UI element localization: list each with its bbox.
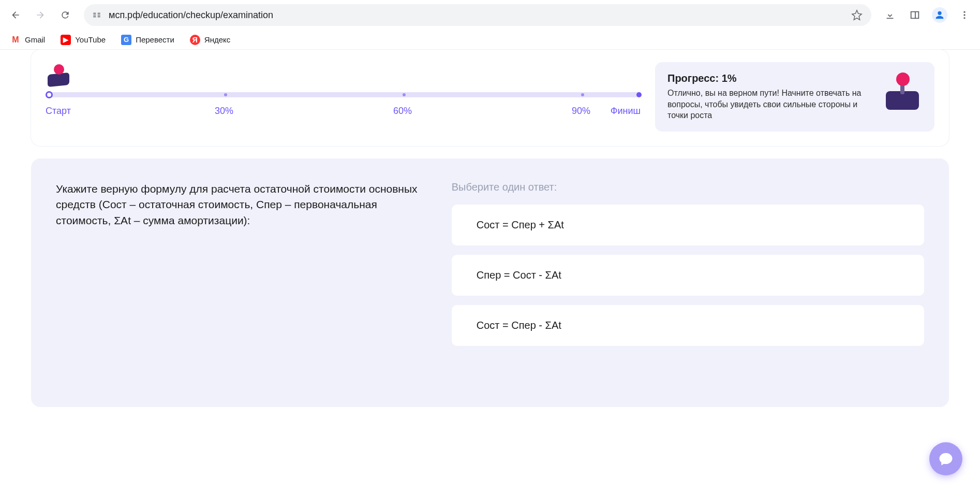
track-label-90: 90%	[572, 106, 590, 117]
track-label-finish: Финиш	[611, 106, 641, 117]
track-label-60: 60%	[393, 106, 412, 117]
track-dot-30	[224, 93, 227, 96]
svg-point-0	[963, 11, 965, 13]
bookmark-translate[interactable]: G Перевести	[118, 33, 177, 47]
progress-track	[46, 92, 641, 97]
bookmark-label: Перевести	[136, 35, 174, 44]
bookmark-youtube[interactable]: ▶ YouTube	[57, 33, 109, 47]
downloads-icon[interactable]	[880, 5, 900, 25]
progress-description: Отлично, вы на верном пути! Начните отве…	[667, 88, 871, 121]
yandex-icon: Я	[190, 35, 200, 45]
option-label: Спер = Сост - ΣАt	[477, 269, 561, 281]
track-start-marker	[46, 91, 53, 98]
track-dot-90	[581, 93, 584, 96]
answer-option-3[interactable]: Сост = Спер - ΣАt	[452, 305, 924, 346]
forward-button[interactable]	[30, 5, 51, 25]
bookmark-star-icon[interactable]	[850, 8, 864, 22]
question-card: Укажите верную формулу для расчета остат…	[31, 158, 949, 407]
kebab-menu-icon[interactable]	[954, 5, 975, 25]
option-label: Сост = Спер + ΣАt	[477, 219, 564, 230]
track-end-marker	[636, 92, 642, 97]
site-settings-icon[interactable]	[91, 9, 102, 21]
answer-option-1[interactable]: Сост = Спер + ΣАt	[452, 205, 924, 245]
progress-card: Старт 30% 60% 90% Финиш Прогресс: 1% Отл…	[31, 50, 949, 146]
profile-avatar[interactable]	[929, 5, 950, 25]
gmail-icon: M	[10, 35, 21, 45]
bookmark-yandex[interactable]: Я Яндекс	[187, 33, 233, 47]
svg-point-2	[963, 17, 965, 19]
progress-track-area: Старт 30% 60% 90% Финиш	[46, 62, 641, 132]
bookmark-label: Gmail	[25, 35, 45, 44]
bookmarks-bar: M Gmail ▶ YouTube G Перевести Я Яндекс	[0, 30, 980, 50]
url-text: мсп.рф/education/checkup/examination	[109, 10, 843, 21]
bookmark-gmail[interactable]: M Gmail	[7, 33, 48, 47]
bookmark-label: Яндекс	[204, 35, 230, 44]
youtube-icon: ▶	[61, 35, 71, 45]
reload-button[interactable]	[55, 5, 76, 25]
bookmark-label: YouTube	[75, 35, 106, 44]
side-panel-icon[interactable]	[904, 5, 925, 25]
page-content: Старт 30% 60% 90% Финиш Прогресс: 1% Отл…	[0, 50, 980, 438]
translate-icon: G	[121, 35, 131, 45]
address-bar[interactable]: мсп.рф/education/checkup/examination	[84, 4, 871, 26]
option-label: Сост = Спер - ΣАt	[477, 320, 561, 331]
progress-info-box: Прогресс: 1% Отлично, вы на верном пути!…	[655, 62, 934, 132]
track-label-30: 30%	[215, 106, 233, 117]
back-button[interactable]	[5, 5, 26, 25]
joystick-icon	[881, 72, 922, 114]
answer-option-2[interactable]: Спер = Сост - ΣАt	[452, 255, 924, 296]
answer-instruction: Выберите один ответ:	[452, 181, 924, 193]
svg-point-1	[963, 14, 965, 16]
track-label-start: Старт	[46, 106, 71, 117]
progress-title: Прогресс: 1%	[667, 72, 871, 84]
joystick-icon	[44, 62, 71, 89]
track-labels: Старт 30% 60% 90% Финиш	[46, 106, 641, 118]
browser-toolbar: мсп.рф/education/checkup/examination	[0, 0, 980, 30]
question-text: Укажите верную формулу для расчета остат…	[56, 181, 421, 228]
track-dot-60	[403, 93, 406, 96]
